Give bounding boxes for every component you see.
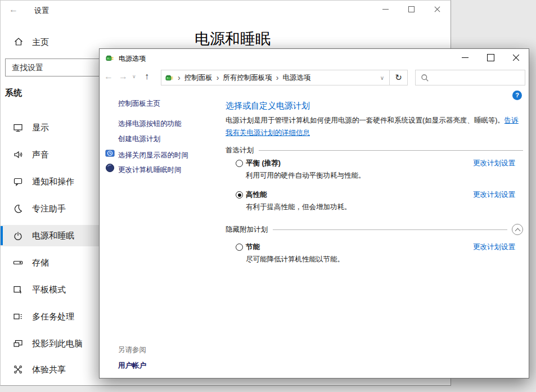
sidebar-item-label: 显示 <box>32 123 49 133</box>
home-icon <box>13 37 24 47</box>
breadcrumb-separator-icon: › <box>174 73 184 82</box>
see-also-header: 另请参阅 <box>118 345 146 355</box>
section-title: 隐藏附加计划 <box>226 225 268 235</box>
back-arrow-icon[interactable]: ← <box>104 71 113 82</box>
shared-experiences-icon <box>13 364 23 375</box>
change-plan-settings-link[interactable]: 更改计划设置 <box>473 242 515 252</box>
multitasking-icon <box>13 312 23 322</box>
sidebar-item-label: 体验共享 <box>32 364 66 375</box>
back-arrow-icon[interactable]: ← <box>5 4 22 15</box>
intro-paragraph: 电源计划是用于管理计算机如何使用电源的一套硬件和系统设置(如显示器亮度、睡眠等)… <box>226 114 524 139</box>
sidebar-item-label: 平板模式 <box>32 285 66 295</box>
maximize-button[interactable] <box>399 1 425 17</box>
user-accounts-link[interactable]: 用户帐户 <box>118 361 146 371</box>
change-plan-settings-link[interactable]: 更改计划设置 <box>473 159 515 168</box>
sidebar-item-label: 投影到此电脑 <box>32 339 83 349</box>
task-power-buttons-link[interactable]: 选择电源按钮的功能 <box>118 119 182 129</box>
content-heading: 选择或自定义电源计划 <box>226 101 310 111</box>
section-title: 首选计划 <box>226 146 254 155</box>
settings-window-title: 设置 <box>34 6 49 16</box>
control-panel-home-link[interactable]: 控制面板主页 <box>118 99 160 109</box>
task-create-plan-link[interactable]: 创建电源计划 <box>118 134 160 144</box>
task-display-off-time-link[interactable]: 选择关闭显示器的时间 <box>118 151 188 160</box>
recent-pages-chevron-icon[interactable]: ∨ <box>132 74 136 79</box>
sidebar-item-label: 多任务处理 <box>32 312 74 322</box>
power-options-icon <box>165 73 174 82</box>
power-options-icon <box>105 53 114 62</box>
sidebar-item-label: 通知和操作 <box>32 177 74 187</box>
power-icon <box>13 231 23 241</box>
close-button[interactable] <box>425 1 451 17</box>
radio-balanced[interactable] <box>236 160 243 167</box>
sidebar-item-label: 声音 <box>32 150 49 160</box>
help-icon[interactable]: ? <box>512 91 522 100</box>
collapse-chevron-icon[interactable] <box>512 224 523 235</box>
power-options-window: 电源选项 ← → ∨ ↑ › 控制面板 › 所有控制面板项 › 电源选项 <box>99 48 529 379</box>
search-placeholder: 查找设置 <box>12 63 43 73</box>
minimize-button[interactable] <box>373 1 399 17</box>
plan-name: 节能 <box>246 242 260 252</box>
storage-icon <box>13 258 23 268</box>
plan-description: 尽可能降低计算机性能以节能。 <box>246 255 344 264</box>
plan-description: 利用可用的硬件自动平衡功耗与性能。 <box>246 171 366 181</box>
display-icon <box>13 123 23 133</box>
breadcrumb-control-panel[interactable]: 控制面板 <box>184 73 213 83</box>
preferred-plans-section: 首选计划 <box>226 146 523 155</box>
sidebar-item-label: 专注助手 <box>32 204 66 214</box>
sound-icon <box>13 150 23 160</box>
power-plans-content: ? 选择或自定义电源计划 电源计划是用于管理计算机如何使用电源的一套硬件和系统设… <box>226 49 523 378</box>
plan-description: 有利于提高性能，但会增加功耗。 <box>246 202 352 212</box>
display-off-time-icon <box>105 148 115 158</box>
task-sleep-time-link[interactable]: 更改计算机睡眠时间 <box>118 165 182 175</box>
radio-high-performance[interactable] <box>236 191 243 199</box>
up-arrow-icon[interactable]: ↑ <box>145 71 149 82</box>
page-title: 电源和睡眠 <box>195 29 271 49</box>
notifications-icon <box>13 177 23 187</box>
section-divider <box>273 229 507 230</box>
power-window-title: 电源选项 <box>119 54 146 64</box>
intro-text: 电源计划是用于管理计算机如何使用电源的一套硬件和系统设置(如显示器亮度、睡眠等)… <box>226 116 505 124</box>
sidebar-item-label: 电源和睡眠 <box>32 231 74 241</box>
plan-name: 平衡 (推荐) <box>246 159 281 168</box>
focus-assist-icon <box>13 204 23 214</box>
tablet-mode-icon <box>13 285 23 295</box>
sidebar-item-label: 主页 <box>32 37 49 48</box>
sleep-time-icon <box>105 163 115 173</box>
plan-name: 高性能 <box>246 190 267 200</box>
projecting-icon <box>13 339 23 349</box>
change-plan-settings-link[interactable]: 更改计划设置 <box>473 190 515 200</box>
section-divider <box>259 150 523 151</box>
hidden-plans-section: 隐藏附加计划 <box>226 224 523 235</box>
section-header: 系统 <box>5 88 22 98</box>
sidebar-item-label: 存储 <box>32 258 49 268</box>
radio-power-saver[interactable] <box>236 244 243 251</box>
breadcrumb-separator-icon: › <box>213 73 223 82</box>
forward-arrow-icon[interactable]: → <box>119 71 128 82</box>
